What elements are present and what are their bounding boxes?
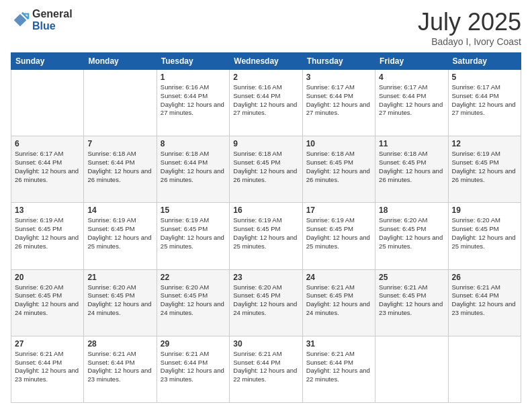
- calendar-cell: 25Sunrise: 6:21 AM Sunset: 6:45 PM Dayli…: [375, 269, 448, 336]
- day-info: Sunrise: 6:16 AM Sunset: 6:44 PM Dayligh…: [161, 83, 226, 118]
- day-number: 16: [233, 205, 298, 215]
- day-number: 8: [161, 139, 226, 148]
- calendar-cell: 17Sunrise: 6:19 AM Sunset: 6:45 PM Dayli…: [302, 203, 375, 269]
- title-section: July 2025 Badayo I, Ivory Coast: [418, 8, 521, 47]
- day-number: 27: [15, 339, 80, 349]
- day-number: 17: [306, 205, 371, 215]
- calendar-cell: 31Sunrise: 6:21 AM Sunset: 6:44 PM Dayli…: [302, 336, 375, 402]
- calendar-cell: 19Sunrise: 6:20 AM Sunset: 6:45 PM Dayli…: [448, 203, 521, 269]
- day-info: Sunrise: 6:17 AM Sunset: 6:44 PM Dayligh…: [15, 150, 80, 184]
- calendar-cell: 10Sunrise: 6:18 AM Sunset: 6:45 PM Dayli…: [302, 136, 375, 203]
- calendar-cell: 13Sunrise: 6:19 AM Sunset: 6:45 PM Dayli…: [11, 203, 84, 269]
- calendar-cell: [84, 70, 157, 136]
- calendar-cell: 15Sunrise: 6:19 AM Sunset: 6:45 PM Dayli…: [157, 203, 229, 269]
- weekday-header-monday: Monday: [84, 53, 157, 70]
- calendar-cell: 6Sunrise: 6:17 AM Sunset: 6:44 PM Daylig…: [11, 136, 84, 203]
- weekday-header-sunday: Sunday: [11, 53, 84, 70]
- day-info: Sunrise: 6:19 AM Sunset: 6:45 PM Dayligh…: [306, 216, 371, 250]
- day-number: 31: [306, 339, 371, 349]
- weekday-header-tuesday: Tuesday: [157, 53, 229, 70]
- logo-text: General Blue: [32, 8, 73, 32]
- day-number: 13: [15, 205, 80, 215]
- day-number: 11: [379, 139, 444, 148]
- calendar-cell: 5Sunrise: 6:17 AM Sunset: 6:44 PM Daylig…: [448, 70, 521, 136]
- month-title: July 2025: [418, 8, 521, 36]
- day-info: Sunrise: 6:17 AM Sunset: 6:44 PM Dayligh…: [306, 83, 371, 118]
- weekday-header-saturday: Saturday: [448, 53, 521, 70]
- day-number: 10: [306, 139, 371, 148]
- day-info: Sunrise: 6:19 AM Sunset: 6:45 PM Dayligh…: [233, 216, 298, 250]
- calendar-cell: 22Sunrise: 6:20 AM Sunset: 6:45 PM Dayli…: [157, 269, 229, 336]
- calendar-cell: 9Sunrise: 6:18 AM Sunset: 6:45 PM Daylig…: [230, 136, 302, 203]
- logo-blue: Blue: [32, 20, 73, 32]
- calendar-cell: 24Sunrise: 6:21 AM Sunset: 6:45 PM Dayli…: [302, 269, 375, 336]
- calendar-cell: 27Sunrise: 6:21 AM Sunset: 6:44 PM Dayli…: [11, 336, 84, 402]
- calendar-cell: 30Sunrise: 6:21 AM Sunset: 6:44 PM Dayli…: [230, 336, 302, 402]
- day-info: Sunrise: 6:20 AM Sunset: 6:45 PM Dayligh…: [233, 283, 298, 318]
- calendar-cell: 1Sunrise: 6:16 AM Sunset: 6:44 PM Daylig…: [157, 70, 229, 136]
- day-number: 23: [233, 273, 298, 282]
- day-info: Sunrise: 6:19 AM Sunset: 6:45 PM Dayligh…: [161, 216, 226, 250]
- day-number: 20: [15, 273, 80, 282]
- calendar-cell: 28Sunrise: 6:21 AM Sunset: 6:44 PM Dayli…: [84, 336, 157, 402]
- day-number: 24: [306, 273, 371, 282]
- day-info: Sunrise: 6:21 AM Sunset: 6:44 PM Dayligh…: [452, 283, 517, 318]
- day-info: Sunrise: 6:21 AM Sunset: 6:44 PM Dayligh…: [233, 350, 298, 384]
- day-number: 12: [452, 139, 517, 148]
- calendar-cell: 14Sunrise: 6:19 AM Sunset: 6:45 PM Dayli…: [84, 203, 157, 269]
- day-number: 29: [161, 339, 226, 349]
- day-number: 21: [87, 273, 152, 282]
- day-number: 28: [87, 339, 152, 349]
- calendar-cell: 20Sunrise: 6:20 AM Sunset: 6:45 PM Dayli…: [11, 269, 84, 336]
- calendar-cell: 11Sunrise: 6:18 AM Sunset: 6:45 PM Dayli…: [375, 136, 448, 203]
- day-number: 26: [452, 273, 517, 282]
- day-info: Sunrise: 6:18 AM Sunset: 6:45 PM Dayligh…: [233, 150, 298, 184]
- day-number: 3: [306, 73, 371, 82]
- calendar-cell: 8Sunrise: 6:18 AM Sunset: 6:44 PM Daylig…: [157, 136, 229, 203]
- day-number: 25: [379, 273, 444, 282]
- calendar-week-row: 13Sunrise: 6:19 AM Sunset: 6:45 PM Dayli…: [11, 203, 521, 269]
- calendar-week-row: 27Sunrise: 6:21 AM Sunset: 6:44 PM Dayli…: [11, 336, 521, 402]
- calendar-cell: 7Sunrise: 6:18 AM Sunset: 6:44 PM Daylig…: [84, 136, 157, 203]
- logo: General Blue: [11, 8, 73, 32]
- day-info: Sunrise: 6:21 AM Sunset: 6:45 PM Dayligh…: [306, 283, 371, 318]
- day-number: 15: [161, 205, 226, 215]
- day-info: Sunrise: 6:18 AM Sunset: 6:44 PM Dayligh…: [161, 150, 226, 184]
- day-info: Sunrise: 6:18 AM Sunset: 6:44 PM Dayligh…: [87, 150, 152, 184]
- day-number: 9: [233, 139, 298, 148]
- day-number: 30: [233, 339, 298, 349]
- day-number: 18: [379, 205, 444, 215]
- weekday-header-friday: Friday: [375, 53, 448, 70]
- weekday-header-thursday: Thursday: [302, 53, 375, 70]
- day-info: Sunrise: 6:21 AM Sunset: 6:44 PM Dayligh…: [15, 350, 80, 384]
- day-info: Sunrise: 6:18 AM Sunset: 6:45 PM Dayligh…: [306, 150, 371, 184]
- calendar-cell: 3Sunrise: 6:17 AM Sunset: 6:44 PM Daylig…: [302, 70, 375, 136]
- calendar-cell: 18Sunrise: 6:20 AM Sunset: 6:45 PM Dayli…: [375, 203, 448, 269]
- day-info: Sunrise: 6:21 AM Sunset: 6:44 PM Dayligh…: [161, 350, 226, 384]
- page: General Blue July 2025 Badayo I, Ivory C…: [0, 0, 532, 411]
- day-info: Sunrise: 6:18 AM Sunset: 6:45 PM Dayligh…: [379, 150, 444, 184]
- day-info: Sunrise: 6:21 AM Sunset: 6:45 PM Dayligh…: [379, 283, 444, 318]
- day-number: 22: [161, 273, 226, 282]
- day-info: Sunrise: 6:19 AM Sunset: 6:45 PM Dayligh…: [87, 216, 152, 250]
- day-number: 5: [452, 73, 517, 82]
- day-info: Sunrise: 6:20 AM Sunset: 6:45 PM Dayligh…: [15, 283, 80, 318]
- day-number: 19: [452, 205, 517, 215]
- day-info: Sunrise: 6:16 AM Sunset: 6:44 PM Dayligh…: [233, 83, 298, 118]
- header: General Blue July 2025 Badayo I, Ivory C…: [11, 8, 521, 47]
- calendar-cell: 26Sunrise: 6:21 AM Sunset: 6:44 PM Dayli…: [448, 269, 521, 336]
- day-number: 1: [161, 73, 226, 82]
- calendar-cell: [448, 336, 521, 402]
- calendar-cell: 4Sunrise: 6:17 AM Sunset: 6:44 PM Daylig…: [375, 70, 448, 136]
- calendar-cell: 23Sunrise: 6:20 AM Sunset: 6:45 PM Dayli…: [230, 269, 302, 336]
- calendar-cell: 21Sunrise: 6:20 AM Sunset: 6:45 PM Dayli…: [84, 269, 157, 336]
- calendar-cell: 12Sunrise: 6:19 AM Sunset: 6:45 PM Dayli…: [448, 136, 521, 203]
- day-info: Sunrise: 6:17 AM Sunset: 6:44 PM Dayligh…: [452, 83, 517, 118]
- day-number: 7: [87, 139, 152, 148]
- calendar-cell: [11, 70, 84, 136]
- day-info: Sunrise: 6:19 AM Sunset: 6:45 PM Dayligh…: [15, 216, 80, 250]
- day-number: 14: [87, 205, 152, 215]
- day-number: 6: [15, 139, 80, 148]
- day-info: Sunrise: 6:21 AM Sunset: 6:44 PM Dayligh…: [87, 350, 152, 384]
- day-info: Sunrise: 6:21 AM Sunset: 6:44 PM Dayligh…: [306, 350, 371, 384]
